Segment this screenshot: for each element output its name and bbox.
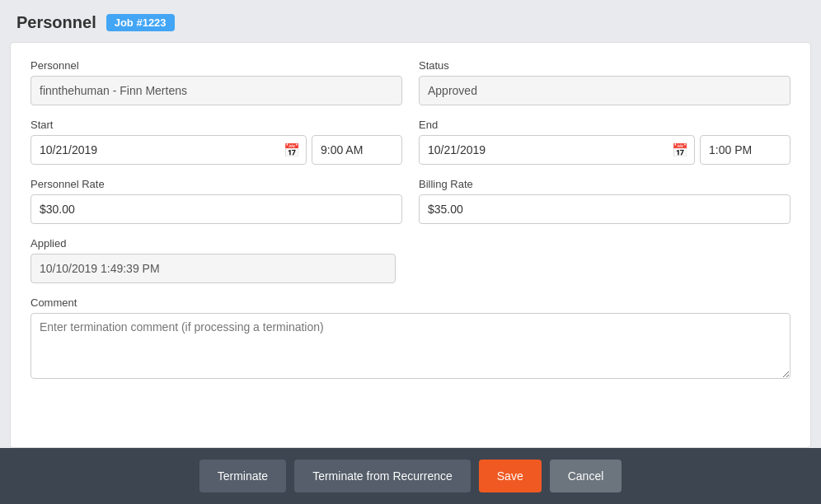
comment-label: Comment — [30, 296, 791, 309]
comment-group: Comment — [30, 296, 791, 379]
applied-label: Applied — [30, 237, 396, 250]
terminate-button[interactable]: Terminate — [199, 460, 286, 492]
end-date-input[interactable] — [419, 135, 695, 165]
job-badge: Job #1223 — [106, 14, 175, 31]
personnel-value: finnthehuman - Finn Mertens — [30, 76, 402, 105]
page-header: Personnel Job #1223 — [0, 0, 821, 42]
end-calendar-icon[interactable]: 📅 — [672, 142, 688, 158]
applied-value: 10/10/2019 1:49:39 PM — [30, 254, 396, 283]
row-personnel-status: Personnel finnthehuman - Finn Mertens St… — [30, 59, 791, 105]
save-button[interactable]: Save — [479, 460, 542, 492]
start-date-time-group: 📅 — [30, 135, 402, 165]
start-date-input[interactable] — [30, 135, 307, 165]
billing-rate-group: Billing Rate — [419, 178, 791, 224]
end-date-time-group: 📅 — [419, 135, 791, 165]
start-date-wrap: 📅 — [30, 135, 307, 165]
terminate-recurrence-button[interactable]: Terminate from Recurrence — [294, 460, 471, 492]
end-group: End 📅 — [419, 119, 791, 165]
row-applied: Applied 10/10/2019 1:49:39 PM — [30, 237, 791, 283]
billing-rate-label: Billing Rate — [419, 178, 791, 190]
personnel-group: Personnel finnthehuman - Finn Mertens — [30, 59, 402, 105]
billing-rate-input[interactable] — [419, 194, 791, 224]
start-label: Start — [30, 119, 402, 131]
status-value: Approved — [419, 76, 791, 105]
personnel-rate-input[interactable] — [30, 194, 402, 224]
end-label: End — [419, 119, 791, 131]
footer-bar: Terminate Terminate from Recurrence Save… — [0, 448, 821, 504]
personnel-rate-group: Personnel Rate — [30, 178, 402, 224]
personnel-rate-label: Personnel Rate — [30, 178, 402, 190]
applied-group: Applied 10/10/2019 1:49:39 PM — [30, 237, 396, 283]
cancel-button[interactable]: Cancel — [550, 460, 622, 492]
form-card: Personnel finnthehuman - Finn Mertens St… — [10, 42, 811, 448]
page-title: Personnel — [16, 13, 96, 32]
status-label: Status — [419, 59, 791, 72]
start-group: Start 📅 — [30, 119, 402, 165]
start-time-input[interactable] — [312, 135, 402, 165]
row-start-end: Start 📅 End 📅 — [30, 119, 791, 165]
end-time-input[interactable] — [700, 135, 791, 165]
personnel-label: Personnel — [30, 59, 402, 72]
end-date-wrap: 📅 — [419, 135, 695, 165]
start-calendar-icon[interactable]: 📅 — [284, 142, 300, 158]
row-rates: Personnel Rate Billing Rate — [30, 178, 791, 224]
status-group: Status Approved — [419, 59, 791, 105]
comment-textarea[interactable] — [30, 313, 791, 379]
